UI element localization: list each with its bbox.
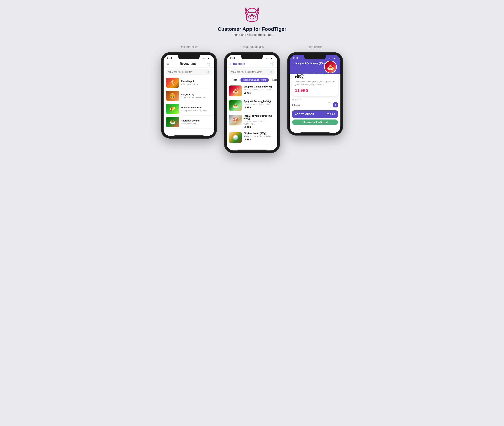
back-button-2[interactable]: ‹ Pizza Napoli — [230, 63, 245, 65]
nav-bar-2: ‹ Pizza Napoli 🛒 — [226, 60, 278, 68]
status-time-2: 3:42 — [230, 57, 235, 59]
svg-point-2 — [253, 15, 255, 17]
wifi-icon-2: ▲ — [270, 57, 272, 59]
menu-desc-3: fresh pasta, cream (animal), mushrooms,.… — [243, 120, 275, 125]
add-to-order-label: ADD TO ORDER — [295, 113, 314, 115]
screen2-label: Restaurant details — [241, 45, 264, 49]
search-input-2[interactable] — [231, 71, 268, 73]
restaurant-name-2: Burger King — [181, 93, 212, 96]
restaurant-img-4: 🥗 — [166, 117, 179, 127]
status-time-3: 3:42 — [293, 57, 298, 59]
menu-img-3: 🍄 — [229, 115, 242, 125]
cart-icon-1[interactable]: 🛒 — [207, 62, 211, 66]
screens-row: Restaurant list 3:42 ●●● ▲ ▪ ☰ Restauran… — [161, 45, 343, 153]
restaurant-info-2: Burger King burgers, drinks, best chicke… — [181, 93, 212, 99]
search-bar-2[interactable]: 🔍 — [229, 69, 275, 75]
restaurant-item-4[interactable]: 🥗 Restoran Bonimi drinks, lunch, bbq — [164, 115, 214, 129]
restaurant-img-1: 🍕 — [166, 78, 179, 88]
search-icon-1: 🔍 — [207, 71, 210, 73]
nav-title-2: Pizza Napoli — [232, 63, 245, 65]
item-card-desc: fresh pasta, cream (animal), onion, panc… — [295, 80, 335, 86]
quantity-controls: - + — [327, 102, 338, 107]
quantity-text: 2 Items — [292, 104, 300, 106]
back-chevron-2: ‹ — [230, 63, 231, 65]
menu-price-2: 11.99 $ — [243, 106, 275, 109]
menu-item-2[interactable]: 🍝 Spaghetti Formaggi (450g) fresh pasta,… — [226, 98, 278, 113]
quantity-decrease-button[interactable]: - — [327, 102, 332, 107]
home-indicator-1 — [174, 135, 204, 136]
menu-price-4: 11.99 $ — [243, 138, 275, 141]
search-input-1[interactable] — [168, 71, 205, 73]
category-tabs: Pizza Fresh Pasta and Risotto Lasagna — [226, 76, 278, 84]
restaurant-tags-3: yummy taco, wraps, fast food — [181, 109, 212, 112]
menu-info-3: Tagliatelle with mushrooms (400g) fresh … — [243, 115, 275, 128]
wifi-icon: ▲ — [207, 57, 209, 59]
svg-point-1 — [249, 15, 251, 17]
restaurant-item-2[interactable]: 🍔 Burger King burgers, drinks, best chic… — [164, 89, 214, 102]
quantity-label: QUANTITY — [292, 99, 338, 101]
notch-2 — [241, 55, 263, 59]
screen1-col: Restaurant list 3:42 ●●● ▲ ▪ ☰ Restauran… — [161, 45, 217, 139]
menu-item-4[interactable]: 🍚 Chicken risotto (450g) Arborio rice, c… — [226, 130, 278, 145]
menu-img-2: 🍝 — [229, 100, 242, 111]
restaurant-info-1: Pizza Napoli italian, pasta, pizza — [181, 80, 212, 85]
screen3-col: Item details 3:42 ●●● ▲ ▪ ‹ Spaghetti Ca… — [287, 45, 343, 135]
menu-desc-1: fresh pasta, cream (animal), onion,... — [243, 89, 275, 91]
app-header: Customer App for FoodTiger iPhone and An… — [218, 7, 286, 37]
menu-name-1: Spaghetti Carbonara (450g) — [243, 85, 275, 88]
add-to-order-button[interactable]: ADD TO ORDER 23.98 $ — [292, 110, 338, 118]
quantity-increase-button[interactable]: + — [333, 102, 338, 107]
tab-pizza[interactable]: Pizza — [229, 78, 239, 82]
menu-price-3: 11.99 $ — [243, 126, 275, 128]
phone-1: 3:42 ●●● ▲ ▪ ☰ Restaurants 🛒 🔍 — [161, 52, 217, 139]
screen1-label: Restaurant list — [180, 45, 198, 49]
restaurant-name-3: Mexican Restorant — [181, 106, 212, 109]
menu-desc-4: Arborio rice, chicken breast, onion,... — [243, 135, 275, 138]
restaurant-img-2: 🍔 — [166, 91, 179, 101]
phone-3: 3:42 ●●● ▲ ▪ ‹ Spaghetti Carbonara (450g… — [287, 52, 343, 135]
search-bar-1[interactable]: 🔍 — [166, 69, 212, 75]
restaurant-name-4: Restoran Bonimi — [181, 119, 212, 122]
app-logo — [243, 7, 261, 23]
wifi-icon-3: ▲ — [333, 57, 336, 59]
hamburger-icon[interactable]: ☰ — [167, 62, 169, 65]
notch-3 — [304, 55, 326, 59]
battery-icon: ▪ — [210, 57, 211, 59]
add-to-order-price: 23.98 $ — [327, 113, 335, 115]
menu-name-2: Spaghetti Formaggi (450g) — [243, 100, 275, 103]
tab-lasagna[interactable]: Lasagna — [270, 78, 278, 82]
restaurant-tags-1: italian, pasta, pizza — [181, 83, 212, 85]
cart-badge: 2 Items are added in cart — [292, 120, 338, 125]
phone-screen-3: 3:42 ●●● ▲ ▪ ‹ Spaghetti Carbonara (450g… — [290, 55, 340, 133]
cart-icon-2[interactable]: 🛒 — [270, 62, 274, 66]
home-indicator-2 — [237, 149, 267, 150]
quantity-row: 2 Items - + — [292, 102, 338, 107]
back-arrow-3[interactable]: ‹ — [292, 62, 293, 65]
restaurant-name-1: Pizza Napoli — [181, 80, 212, 83]
menu-item-3[interactable]: 🍄 Tagliatelle with mushrooms (400g) fres… — [226, 113, 278, 130]
item-hero-image: 🍝 — [324, 61, 337, 73]
nav-title-1: Restaurants — [180, 62, 197, 65]
menu-info-2: Spaghetti Formaggi (450g) fresh pasta, c… — [243, 100, 275, 109]
tab-fresh-pasta[interactable]: Fresh Pasta and Risotto — [241, 78, 269, 82]
svg-point-3 — [252, 16, 252, 16]
nav-bar-1: ☰ Restaurants 🛒 — [164, 60, 214, 68]
restaurant-item-1[interactable]: 🍕 Pizza Napoli italian, pasta, pizza — [164, 76, 214, 89]
item-card-price: 11.99 $ — [295, 88, 335, 93]
menu-img-4: 🍚 — [229, 132, 242, 143]
restaurant-info-3: Mexican Restorant yummy taco, wraps, fas… — [181, 106, 212, 112]
phone-screen-2: 3:42 ●●● ▲ ▪ ‹ Pizza Napoli 🛒 — [226, 55, 278, 150]
restaurant-item-3[interactable]: 🌮 Mexican Restorant yummy taco, wraps, f… — [164, 102, 214, 115]
home-indicator-3 — [300, 132, 330, 133]
restaurant-img-3: 🌮 — [166, 104, 179, 114]
menu-info-1: Spaghetti Carbonara (450g) fresh pasta, … — [243, 85, 275, 94]
menu-item-1[interactable]: 🍝 Spaghetti Carbonara (450g) fresh pasta… — [226, 84, 278, 98]
search-icon-2: 🔍 — [270, 71, 273, 73]
screen2-col: Restaurant details 3:42 ●●● ▲ ▪ ‹ — [224, 45, 280, 153]
status-time-1: 3:42 — [167, 57, 172, 59]
app-subtitle: iPhone and Android mobile app — [231, 33, 273, 37]
quantity-section: QUANTITY 2 Items - + — [290, 96, 340, 109]
notch-1 — [178, 55, 200, 59]
status-icons-3: ●●● ▲ ▪ — [329, 57, 337, 59]
menu-name-4: Chicken risotto (450g) — [243, 132, 275, 135]
